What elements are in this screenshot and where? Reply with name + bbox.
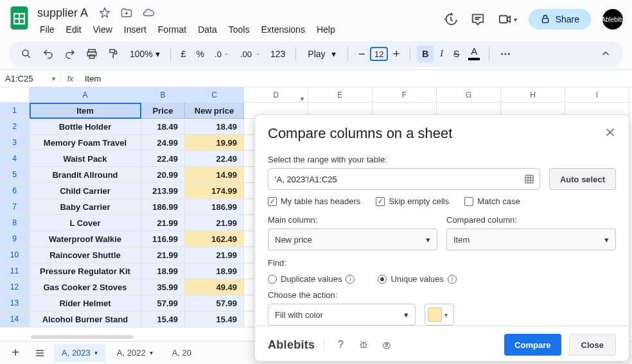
row-header[interactable]: 3 — [0, 135, 30, 151]
cell-item[interactable]: Raincover Shuttle — [30, 247, 141, 263]
cell-price[interactable]: 57.99 — [141, 295, 185, 311]
sheet-tab[interactable]: A, 20 — [164, 344, 199, 362]
check-skip-empty[interactable]: Skip empty cells — [376, 196, 449, 206]
search-icon[interactable] — [17, 46, 36, 62]
undo-icon[interactable] — [39, 46, 58, 62]
cell-price[interactable]: 18.49 — [141, 119, 185, 135]
sheet-tab[interactable]: A, 2022▾ — [109, 344, 161, 362]
cell-newprice[interactable]: 174.99 — [185, 183, 244, 199]
cell-price[interactable]: 186.99 — [141, 199, 185, 215]
menu-file[interactable]: File — [35, 22, 60, 37]
bug-icon[interactable] — [356, 338, 371, 352]
cell-item[interactable]: L Cover — [30, 215, 141, 231]
row-header[interactable]: 10 — [0, 247, 30, 263]
percent-button[interactable]: % — [193, 46, 208, 62]
font-size-input[interactable]: 12 — [370, 47, 388, 61]
paint-format-icon[interactable] — [104, 46, 123, 62]
action-select[interactable]: Fill with color▾ — [268, 304, 416, 325]
cell-newprice[interactable]: 18.99 — [185, 263, 244, 279]
cell-item[interactable]: Pressure Regulator Kit — [30, 263, 141, 279]
select-all-corner[interactable] — [0, 87, 30, 103]
radio-duplicate[interactable]: Duplicate valuesi — [268, 274, 355, 284]
column-header[interactable]: D▾ — [244, 87, 308, 103]
cell-price[interactable]: 21.99 — [141, 247, 185, 263]
account-avatar[interactable]: Ablebits — [602, 9, 623, 30]
lock-icon[interactable] — [380, 338, 394, 352]
cell-price[interactable]: 15.49 — [141, 311, 185, 327]
all-sheets-button[interactable] — [30, 344, 50, 362]
row-header[interactable]: 4 — [0, 151, 30, 167]
help-icon[interactable]: ? — [333, 338, 347, 352]
menu-data[interactable]: Data — [193, 22, 222, 37]
font-size-increase[interactable]: + — [389, 48, 403, 61]
compared-column-select[interactable]: Item▾ — [446, 229, 616, 250]
column-header[interactable]: A — [30, 87, 141, 103]
star-icon[interactable] — [97, 5, 112, 21]
column-header[interactable]: I — [565, 87, 629, 103]
menu-edit[interactable]: Edit — [61, 22, 87, 37]
row-header[interactable]: 14 — [0, 311, 30, 327]
cell-item[interactable]: Bottle Holder — [30, 119, 141, 135]
row-header[interactable]: 5 — [0, 167, 30, 183]
radio-unique[interactable]: Unique valuesi — [378, 274, 456, 284]
font-size-decrease[interactable]: − — [355, 48, 369, 61]
bold-button[interactable]: B — [417, 46, 434, 62]
more-formats-button[interactable]: 123 — [267, 46, 289, 62]
cell-item[interactable]: Memory Foam Travel — [30, 135, 141, 151]
text-color-button[interactable]: A — [466, 46, 482, 62]
cloud-status-icon[interactable] — [141, 5, 156, 21]
currency-button[interactable]: £ — [177, 46, 190, 62]
cell-item[interactable]: Child Carrier — [30, 183, 141, 199]
cell-newprice[interactable]: 19.99 — [185, 135, 244, 151]
header-cell-item[interactable]: Item — [30, 103, 141, 119]
cell-item[interactable]: Alcohol Burner Stand — [30, 311, 141, 327]
info-icon[interactable]: i — [448, 275, 457, 284]
cell-newprice[interactable]: 21.99 — [185, 215, 244, 231]
cell-price[interactable]: 22.49 — [141, 151, 185, 167]
cell-item[interactable]: Waterproof Walkie — [30, 231, 141, 247]
cell-price[interactable]: 21.99 — [141, 215, 185, 231]
cell-item[interactable]: Rider Helmet — [30, 295, 141, 311]
cell-item[interactable]: Baby Carrier — [30, 199, 141, 215]
menu-view[interactable]: View — [88, 22, 118, 37]
cell-price[interactable]: 20.99 — [141, 167, 185, 183]
header-cell-newprice[interactable]: New price — [185, 103, 244, 119]
menu-tools[interactable]: Tools — [224, 22, 255, 37]
column-header[interactable]: C — [185, 87, 244, 103]
collapse-toolbar-icon[interactable] — [596, 46, 615, 62]
close-icon[interactable] — [604, 126, 616, 141]
menu-insert[interactable]: Insert — [119, 22, 152, 37]
cell-newprice[interactable]: 57.99 — [185, 295, 244, 311]
meet-dropdown-icon[interactable]: ▾ — [514, 16, 517, 23]
cell-item[interactable]: Gas Cooker 2 Stoves — [30, 279, 141, 295]
range-input[interactable]: 'A, 2023'!A1:C25 — [268, 168, 540, 190]
column-header[interactable]: B — [141, 87, 185, 103]
move-icon[interactable] — [119, 5, 134, 21]
auto-select-button[interactable]: Auto select — [549, 168, 616, 190]
check-match-case[interactable]: Match case — [464, 196, 520, 206]
cell-newprice[interactable]: 21.99 — [185, 247, 244, 263]
sheet-tab[interactable]: A, 2023▾ — [54, 344, 105, 362]
name-box[interactable]: A1:C25 ▾ — [0, 74, 60, 83]
info-icon[interactable]: i — [346, 275, 355, 284]
row-header[interactable]: 9 — [0, 231, 30, 247]
close-button[interactable]: Close — [569, 334, 616, 356]
document-title[interactable]: supplier A — [35, 6, 91, 20]
cell-price[interactable]: 18.99 — [141, 263, 185, 279]
compare-button[interactable]: Compare — [504, 334, 561, 356]
menu-extensions[interactable]: Extensions — [256, 22, 310, 37]
check-has-headers[interactable]: My table has headers — [268, 196, 360, 206]
font-select[interactable]: Play▾ — [303, 46, 341, 62]
cell-price[interactable]: 35.99 — [141, 279, 185, 295]
cell-newprice[interactable]: 14.99 — [185, 167, 244, 183]
cell-price[interactable]: 24.99 — [141, 135, 185, 151]
formula-value[interactable]: Item — [80, 74, 106, 83]
column-header[interactable]: F — [373, 87, 437, 103]
comment-icon[interactable] — [470, 12, 486, 27]
cell-newprice[interactable]: 186.99 — [185, 199, 244, 215]
column-header[interactable]: H — [501, 87, 565, 103]
row-header[interactable]: 1 — [0, 103, 30, 119]
select-range-icon[interactable] — [524, 174, 534, 186]
cell-item[interactable]: Waist Pack — [30, 151, 141, 167]
strikethrough-button[interactable]: S — [450, 46, 463, 62]
